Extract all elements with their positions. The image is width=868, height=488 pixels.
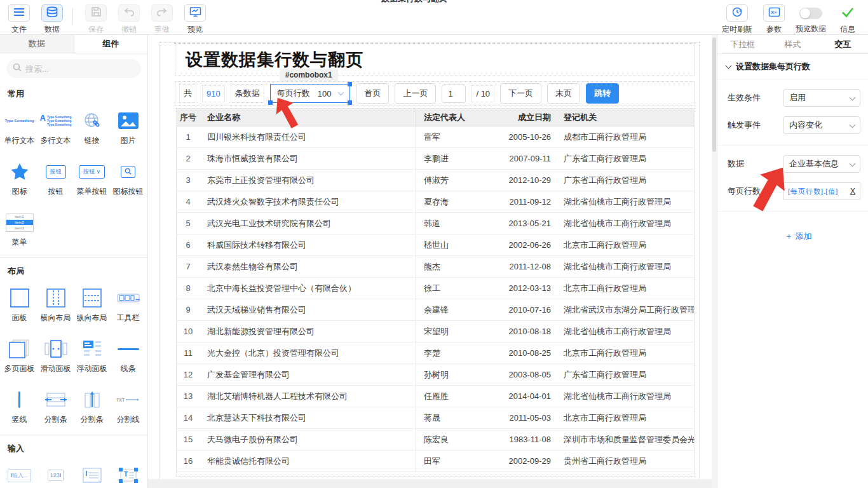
header-founding-date: 成立日期 [496,112,556,123]
table-cell: 2011-09-12 [496,197,556,207]
palette-item[interactable]: 多页面板 [1,334,37,380]
text-divider-icon: TXT [110,385,146,414]
palette-grid: I输入...文本输入123I数值输入多行输入T富文本输入勾选框单选框✓选项一✓选… [0,461,147,488]
table-cell: 广东省工商行政管理局 [556,175,694,186]
preview-data-toggle[interactable] [799,8,822,19]
palette-item[interactable]: 面板 [1,283,37,329]
table-cell: 湖北省仙桃市工商行政管理局 [556,391,694,402]
palette-item[interactable]: 浮动面板 [74,334,110,380]
page-title[interactable]: 设置数据集行数与翻页 [175,43,695,76]
toolbar-left-group: 文件 数据 保存 撤销 [3,4,212,35]
tab-interaction[interactable]: 交互 [818,39,868,50]
preview-button[interactable]: 预览 [179,4,212,35]
data-button[interactable]: 数据 [36,4,69,35]
next-page-button[interactable]: 下一页 [500,83,541,104]
prev-page-button[interactable]: 上一页 [395,83,436,104]
dataset-select[interactable]: 企业基本信息 [783,155,860,173]
palette-item[interactable]: 图片 [110,106,146,152]
table-cell: 天马微电子股份有限公司 [200,429,416,450]
design-canvas: 设置数据集行数与翻页 共 910 条数据 #combobox1 每页行数 100… [148,35,717,488]
table-cell: 北京市工商行政管理局 [556,348,694,359]
toolbar-separator [72,8,73,25]
info-button[interactable]: 信息 [831,4,864,35]
h-layout-icon [37,283,74,313]
table-cell: 2010-07-16 [496,305,556,315]
palette-item[interactable]: 横向布局 [37,283,74,329]
table-cell: 湖北省仙桃市工商行政管理局 [556,326,694,337]
palette-item[interactable]: Type Something单行文本 [1,106,37,152]
palette-item[interactable]: 图标按钮 [110,157,146,203]
palette-item[interactable]: 多行输入 [74,461,110,488]
palette-item[interactable]: 分割条 [74,385,110,431]
palette-item[interactable]: 链接 [74,106,110,152]
redo-button[interactable]: 重做 [146,4,179,35]
check-icon [841,6,855,20]
resize-handle-sw[interactable] [268,100,273,105]
scrollbar-thumb[interactable] [712,37,716,152]
palette-item[interactable]: 图标 [1,157,37,203]
component-search[interactable] [6,59,141,78]
jump-button[interactable]: 跳转 [586,83,619,104]
palette-item[interactable]: AType SomethingType SomethingType Someth… [37,106,74,152]
resize-handle-ne[interactable] [348,82,352,86]
table-cell: 任雁胜 [416,391,496,402]
header-company-name: 企业名称 [200,109,416,126]
clear-token-button[interactable]: X [850,187,855,196]
first-page-button[interactable]: 首页 [356,83,389,104]
palette-item[interactable]: …工具栏 [110,283,146,329]
table-cell: 7 [177,262,200,271]
tab-dropdown[interactable]: 下拉框 [717,39,768,50]
image-icon [110,106,146,135]
table-cell: 14 [177,413,200,423]
search-input[interactable] [25,64,137,74]
palette-item[interactable]: 按钮按钮 [37,157,74,203]
palette-item[interactable]: T富文本输入 [110,461,146,488]
table-row: 5武汉光电工业技术研究院有限公司韩道2013-05-21湖北省仙桃市工商行政管理… [177,213,694,234]
palette-item-label: 纵向布局 [77,313,107,323]
tab-data[interactable]: 数据 [0,35,74,53]
token-rows: [每页行数] [788,187,824,196]
parameters-button[interactable]: X≡ 参数 [757,4,790,35]
table-cell: 2003-08-05 [496,370,556,379]
rows-per-page-token-input[interactable]: [每页行数] . [值] X [783,182,860,200]
trigger-event-select[interactable]: 内容变化 [783,116,860,134]
table-cell: 北京中海长益投资管理中心（有限合伙） [200,278,416,299]
palette-grid: Type Something单行文本AType SomethingType So… [0,106,147,254]
palette-item[interactable]: 滑动面板 [37,334,74,380]
left-panel-tabs: 数据 组件 [0,35,147,53]
palette-item[interactable]: 竖线 [1,385,37,431]
table-cell: 田军 [416,456,496,467]
table-cell: 1 [177,132,200,142]
palette-item[interactable]: 纵向布局 [74,283,110,329]
palette-item[interactable]: 分割条 [37,385,74,431]
palette-item[interactable]: I输入...文本输入 [1,461,37,488]
palette-item[interactable]: 线条 [110,334,146,380]
save-button[interactable]: 保存 [79,4,112,35]
page-total-label: / 10 [471,85,494,102]
parameters-label: 参数 [766,24,782,35]
redo-button-label: 重做 [154,24,170,35]
palette-item[interactable]: 123I数值输入 [37,461,74,488]
component-palette: 常用Type Something单行文本AType SomethingType … [0,81,147,488]
palette-item[interactable]: TXT分割线 [110,385,146,431]
timed-refresh-button[interactable]: 定时刷新 [717,4,757,35]
v-splitter-icon [74,385,110,414]
effective-condition-select[interactable]: 启用 [783,89,860,107]
palette-item[interactable]: 按钮 ∨菜单按钮 [74,157,110,203]
tab-components[interactable]: 组件 [74,35,148,53]
tab-style[interactable]: 样式 [768,39,818,50]
file-button[interactable]: 文件 [3,4,36,35]
section-rows-per-page[interactable]: 设置数据集每页行数 [717,54,868,79]
palette-item[interactable]: item1item2item3菜单 [1,208,37,254]
resize-handle-se[interactable] [348,100,352,105]
page-number-input[interactable]: 1 [442,85,466,103]
undo-button[interactable]: 撤销 [112,4,146,35]
table-row: 4武汉烽火众智数字技术有限责任公司夏存海2011-09-12湖北省仙桃市工商行政… [177,191,694,213]
preview-icon [189,6,201,20]
canvas-scrollbar[interactable] [712,35,717,488]
total-count: 910 [202,85,225,102]
palette-item-label: 面板 [12,313,27,323]
add-action-button[interactable]: ＋ 添加 [785,231,868,242]
last-page-button[interactable]: 末页 [547,83,580,104]
table-cell: 2 [177,154,200,163]
